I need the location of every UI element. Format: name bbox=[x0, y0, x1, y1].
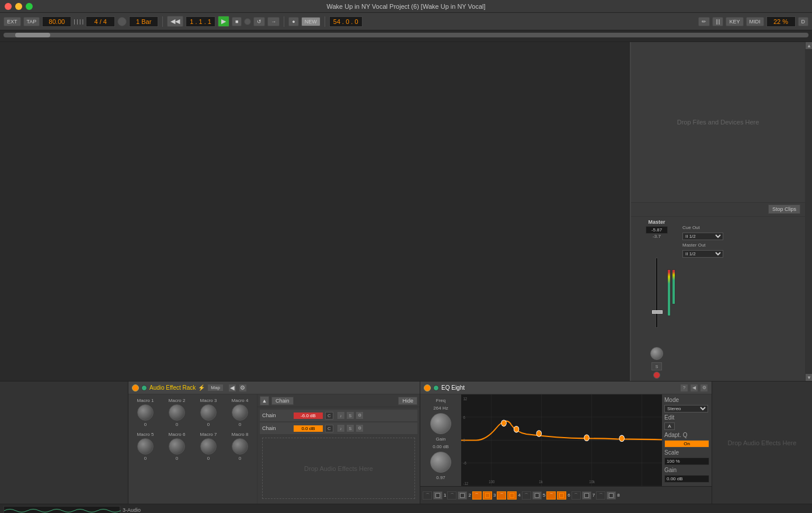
eq-body: Freq 264 Hz Gain 0.00 dB 0.97 bbox=[420, 394, 712, 486]
time-sig-display[interactable]: 4 / 4 bbox=[86, 16, 115, 27]
master-fader-handle[interactable] bbox=[652, 310, 663, 314]
follow-btn[interactable]: → bbox=[267, 17, 280, 26]
eq-band-type-7[interactable]: ⌒ bbox=[571, 491, 581, 500]
eq-band-3-check[interactable] bbox=[483, 491, 492, 500]
position-display[interactable]: 1 . 1 . 1 bbox=[186, 16, 215, 27]
mixer-scrollbar[interactable]: ▲ ▼ bbox=[805, 42, 812, 381]
prev-btn[interactable]: ◀◀ bbox=[167, 16, 183, 27]
macro-5-knob[interactable] bbox=[137, 438, 154, 455]
eq-band-5-check[interactable] bbox=[532, 491, 542, 500]
stop-btn[interactable]: ■ bbox=[232, 17, 242, 26]
eq-mode-select[interactable]: Stereo bbox=[664, 405, 708, 413]
bpm-display[interactable]: 80.00 bbox=[42, 16, 71, 27]
eq-band-8-num: 8 bbox=[617, 493, 619, 498]
chain-2-mute[interactable]: ♪ bbox=[337, 424, 345, 432]
chain-2-pan[interactable]: C bbox=[325, 425, 333, 432]
eq-band-type-8[interactable]: ⌒ bbox=[596, 491, 605, 500]
rack-settings-btn[interactable]: ⚙ bbox=[239, 384, 247, 392]
bars-btn[interactable]: ||| bbox=[712, 17, 723, 26]
chain-item-2[interactable]: Chain 0.0 dB C ♪ S ⚙ bbox=[260, 422, 417, 434]
minimize-btn[interactable] bbox=[15, 3, 22, 10]
eq-active-dot[interactable] bbox=[433, 385, 439, 391]
d-btn[interactable]: D bbox=[798, 17, 809, 26]
eq-band-2-check[interactable] bbox=[458, 491, 467, 500]
eq-band-4-box bbox=[510, 493, 514, 498]
eq-band-type-1[interactable]: ⌒ bbox=[423, 491, 432, 500]
eq-adaptq-btn[interactable]: On bbox=[664, 440, 709, 448]
chain-nav-up[interactable]: ▲ bbox=[260, 396, 269, 405]
eq-band-6-check[interactable] bbox=[557, 491, 566, 500]
macro-4-knob[interactable] bbox=[232, 404, 248, 421]
eq-freq-knob[interactable] bbox=[430, 413, 451, 434]
eq-band-type-4[interactable]: ⌒ bbox=[497, 491, 506, 500]
new-btn[interactable]: NEW bbox=[301, 17, 320, 26]
loop-btn[interactable]: ↺ bbox=[253, 17, 265, 26]
key-btn[interactable]: KEY bbox=[726, 17, 743, 26]
eq-band-2-box bbox=[460, 493, 465, 498]
rack-active-dot[interactable] bbox=[141, 385, 147, 391]
eq-band-7-box bbox=[584, 493, 589, 498]
eq-display[interactable]: 12 6 0 -6 -12 100 1k 10k bbox=[461, 394, 662, 486]
loop-display[interactable]: 1 Bar bbox=[129, 16, 158, 27]
macro-8-knob[interactable] bbox=[232, 438, 248, 455]
chain-hide-btn[interactable]: Hide bbox=[398, 397, 417, 405]
rack-map-btn[interactable]: Map bbox=[207, 384, 224, 391]
play-btn[interactable]: ▶ bbox=[218, 16, 229, 27]
svg-text:-6: -6 bbox=[463, 461, 466, 466]
record-btn[interactable] bbox=[244, 18, 251, 25]
eq-band-8-check[interactable] bbox=[607, 491, 616, 500]
macro-2-knob[interactable] bbox=[169, 404, 185, 421]
eq-edit-val[interactable]: A bbox=[664, 422, 675, 430]
master-solo-btn[interactable]: S bbox=[651, 362, 662, 370]
eq-power-btn[interactable] bbox=[424, 384, 431, 391]
scroll-thumb[interactable] bbox=[15, 33, 50, 37]
chain-1-settings[interactable]: ⚙ bbox=[356, 411, 364, 420]
chain-1-pan[interactable]: C bbox=[325, 412, 333, 420]
macro-1-knob[interactable] bbox=[137, 404, 154, 421]
chain-2-settings[interactable]: ⚙ bbox=[356, 424, 364, 432]
scroll-up-btn[interactable]: ▲ bbox=[806, 42, 812, 49]
tap-button[interactable]: TAP bbox=[23, 17, 40, 26]
midi-btn[interactable]: MIDI bbox=[746, 17, 764, 26]
scroll-thumb-v[interactable] bbox=[806, 49, 812, 374]
master-ch-select[interactable]: II 1/2 bbox=[682, 250, 723, 258]
eq-band-type-6[interactable]: ⌒ bbox=[546, 491, 556, 500]
macro-3-knob[interactable] bbox=[200, 404, 217, 421]
zoom-display[interactable]: 22 % bbox=[766, 16, 796, 27]
eq-band-1-check[interactable] bbox=[433, 491, 442, 500]
metronome-btn[interactable] bbox=[117, 17, 127, 26]
eq-settings-btn[interactable]: ⚙ bbox=[700, 384, 708, 392]
macro-6-knob[interactable] bbox=[169, 438, 185, 455]
eq-band-type-5[interactable]: ⌒ bbox=[522, 491, 531, 500]
master-pan[interactable] bbox=[650, 347, 663, 360]
maximize-btn[interactable] bbox=[26, 3, 33, 10]
pencil-btn[interactable]: ✏ bbox=[698, 17, 710, 26]
chain-1-vol[interactable]: -6.0 dB bbox=[294, 413, 323, 419]
svg-text:-12: -12 bbox=[463, 481, 468, 486]
chain-2-vol[interactable]: 0.0 dB bbox=[294, 425, 323, 432]
eq-info-btn[interactable]: ? bbox=[680, 384, 688, 392]
eq-band-type-3[interactable]: ⌒ bbox=[472, 491, 482, 500]
chain-label-btn[interactable]: Chain bbox=[271, 397, 294, 405]
rack-fold-btn[interactable]: ◀ bbox=[228, 384, 236, 392]
cue-ch-select[interactable]: II 1/2 bbox=[682, 233, 723, 240]
chain-2-solo[interactable]: S bbox=[346, 424, 354, 432]
record2-btn[interactable]: ● bbox=[288, 17, 298, 26]
chain-1-mute[interactable]: ♪ bbox=[337, 411, 345, 420]
eq-band-7-check[interactable] bbox=[582, 491, 591, 500]
stop-clips-btn[interactable]: Stop Clips bbox=[768, 204, 800, 214]
eq-gain-knob[interactable] bbox=[430, 452, 451, 473]
eq-fold-btn[interactable]: ◀ bbox=[690, 384, 698, 392]
close-btn[interactable] bbox=[5, 3, 12, 10]
scroll-down-btn[interactable]: ▼ bbox=[806, 374, 812, 381]
window-controls[interactable] bbox=[5, 3, 33, 10]
chain-1-solo[interactable]: S bbox=[346, 411, 354, 420]
master-arm-btn[interactable] bbox=[653, 372, 660, 379]
horizontal-scroll[interactable] bbox=[0, 33, 812, 42]
macro-7-knob[interactable] bbox=[200, 438, 217, 455]
ext-button[interactable]: EXT bbox=[4, 17, 21, 26]
chain-item-1[interactable]: Chain -6.0 dB C ♪ S ⚙ bbox=[260, 410, 417, 421]
rack-power-btn[interactable] bbox=[132, 384, 139, 391]
eq-band-type-2[interactable]: ⌒ bbox=[447, 491, 456, 500]
eq-band-4-check[interactable] bbox=[507, 491, 517, 500]
